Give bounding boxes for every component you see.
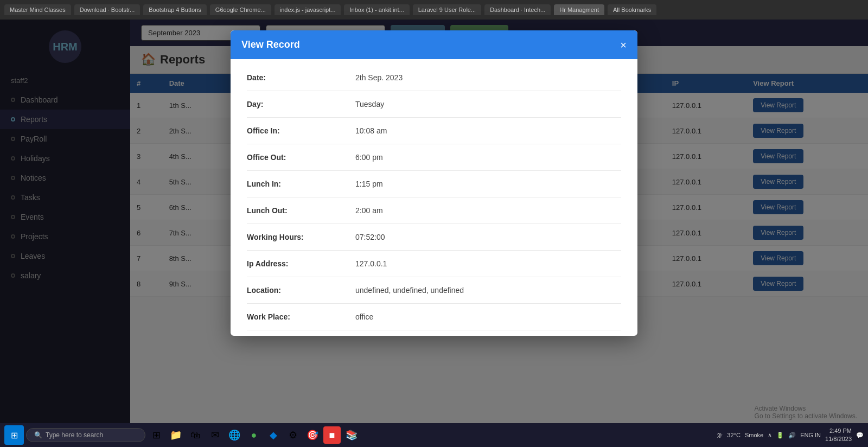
temperature: 32°C [727,432,741,438]
taskbar-icon-multiview[interactable]: ⊞ [148,426,165,444]
modal-field-row: Working Hours: 07:52:00 [247,224,621,251]
modal-field-label: Lunch Out: [247,206,355,215]
browser-tab-2[interactable]: Download · Bootstr... [74,4,141,15]
modal-field-label: Work Place: [247,312,355,321]
modal-field-row: Lunch Out: 2:00 am [247,197,621,224]
modal-field-label: Ip Address: [247,259,355,268]
taskbar-clock[interactable]: 2:49 PM 11/8/2023 [825,427,852,444]
modal-field-row: Work Place: office [247,304,621,330]
modal-field-row: Lunch In: 1:15 pm [247,171,621,197]
language-label: ENG IN [800,432,821,438]
modal-field-label: Location: [247,286,355,295]
modal-field-value: 2th Sep. 2023 [355,73,403,82]
taskbar-icon-app2[interactable]: ■ [323,426,341,444]
notification-icon[interactable]: 💬 [856,432,864,439]
taskbar-icon-vscode[interactable]: ◆ [265,426,282,444]
modal-field-label: Lunch In: [247,180,355,188]
search-placeholder: Type here to search [46,431,103,439]
taskbar-search[interactable]: 🔍 Type here to search [26,428,145,442]
modal-field-label: Day: [247,100,355,108]
taskbar-icon-explorer[interactable]: 📁 [167,426,184,444]
search-icon: 🔍 [34,431,42,439]
modal-field-value: 127.0.0.1 [355,259,387,268]
taskbar-battery-icon: 🔋 [776,432,784,439]
browser-tab-8[interactable]: Dashboard · Intech... [484,4,551,15]
modal-field-value: 1:15 pm [355,180,383,188]
modal-field-value: 10:08 am [355,126,387,135]
modal-field-value: 07:52:00 [355,233,385,241]
modal: View Record × Date: 2th Sep. 2023 Day: T… [231,30,637,336]
browser-tab-1[interactable]: Master Mind Classes [4,4,71,15]
modal-field-label: Office In: [247,126,355,135]
taskbar-volume-icon[interactable]: 🔊 [788,432,796,439]
modal-field-value: 2:00 am [355,206,383,215]
modal-field-label: Office Out: [247,153,355,162]
browser-tab-bookmarks[interactable]: All Bookmarks [608,4,656,15]
taskbar-icon-store[interactable]: 🛍 [187,426,204,444]
date-display: 11/8/2023 [825,435,852,443]
modal-close-button[interactable]: × [620,40,627,50]
modal-field-label: Working Hours: [247,233,355,241]
taskbar-icon-book[interactable]: 📚 [343,426,360,444]
modal-field-row: Office Out: 6:00 pm [247,144,621,171]
taskbar-icon-app1[interactable]: 🎯 [304,426,321,444]
browser-tab-6[interactable]: Inbox (1) - ankit.int... [344,4,409,15]
modal-field-value: undefined, undefined, undefined [355,286,464,295]
browser-tab-3[interactable]: Bootstrap 4 Buttons [143,4,207,15]
modal-field-row: Date: 2th Sep. 2023 [247,65,621,91]
time-display: 2:49 PM [825,427,852,435]
taskbar-icon-git[interactable]: ⚙ [284,426,302,444]
modal-title: View Record [241,39,300,50]
taskbar-icon-chrome[interactable]: ● [245,426,263,444]
modal-field-label: Date: [247,73,355,82]
modal-field-row: Location: undefined, undefined, undefine… [247,277,621,304]
taskbar-up-icon[interactable]: ∧ [768,432,772,439]
weather-icon: 🌫 [717,432,723,438]
browser-tab-5[interactable]: index.js - javascript... [275,4,341,15]
modal-body: Date: 2th Sep. 2023 Day: Tuesday Office … [231,59,637,336]
modal-field-value: Tuesday [355,100,384,108]
modal-field-row: Office In: 10:08 am [247,118,621,144]
browser-tab-4[interactable]: G6oogle Chrome... [210,4,271,15]
browser-bar: Master Mind Classes Download · Bootstr..… [0,0,868,20]
modal-field-value: 6:00 pm [355,153,383,162]
taskbar-right: 🌫 32°C Smoke ∧ 🔋 🔊 ENG IN 2:49 PM 11/8/2… [717,427,864,444]
modal-overlay[interactable]: View Record × Date: 2th Sep. 2023 Day: T… [0,20,868,423]
windows-start-button[interactable]: ⊞ [4,425,24,445]
modal-header: View Record × [231,30,637,59]
browser-tab-7[interactable]: Laravel 9 User Role... [413,4,481,15]
modal-field-row: Ip Address: 127.0.0.1 [247,251,621,277]
modal-field-row: Day: Tuesday [247,91,621,118]
taskbar: ⊞ 🔍 Type here to search ⊞ 📁 🛍 ✉ 🌐 ● ◆ ⚙ … [0,423,868,447]
taskbar-icon-mail[interactable]: ✉ [206,426,224,444]
modal-field-value: office [355,312,373,321]
weather-label: Smoke [745,432,763,438]
taskbar-icon-edge[interactable]: 🌐 [226,426,243,444]
browser-tab-9[interactable]: Hr Managment [554,4,604,15]
